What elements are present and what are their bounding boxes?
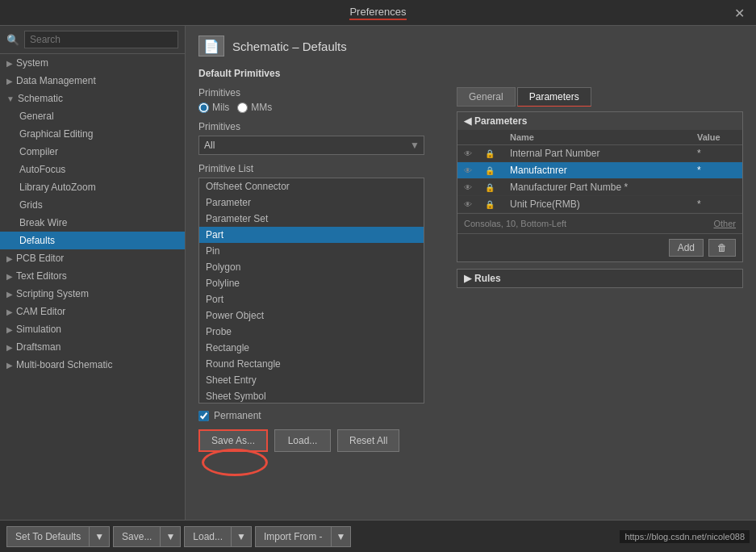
sidebar-label-cam-editor: CAM Editor: [16, 306, 65, 317]
sidebar-item-scripting-system[interactable]: ▶Scripting System: [0, 285, 185, 303]
name-cell-internal-part-number: Internal Part Number: [503, 145, 691, 162]
sidebar-label-grids: Grids: [19, 199, 43, 211]
sidebar-item-autofocus[interactable]: AutoFocus: [0, 161, 185, 178]
lock-icon-manufacturer-part-number: 🔒: [485, 183, 495, 192]
mils-radio-label[interactable]: Mils: [198, 102, 229, 113]
import-from-dropdown[interactable]: ▼: [331, 526, 352, 547]
list-item-probe[interactable]: Probe: [199, 324, 424, 340]
sidebar-item-system[interactable]: ▶System: [0, 54, 185, 72]
expand-icon-cam-editor: ▶: [6, 307, 13, 316]
sidebar-item-cam-editor[interactable]: ▶CAM Editor: [0, 303, 185, 320]
section-title: Default Primitives: [198, 68, 743, 79]
primitives-dropdown-wrap: All ▼: [198, 136, 424, 155]
font-info-row: Consolas, 10, Bottom-Left Other: [457, 213, 742, 233]
load-button[interactable]: Load...: [274, 429, 331, 452]
other-link[interactable]: Other: [713, 219, 736, 228]
save-as-button[interactable]: Save As...: [198, 429, 268, 452]
set-to-defaults-dropdown[interactable]: ▼: [89, 526, 110, 547]
lock-icon-manufactnrer: 🔒: [485, 166, 495, 175]
watermark: https://blog.csdn.net/nicole088: [620, 530, 750, 543]
list-item-pin[interactable]: Pin: [199, 243, 424, 259]
set-to-defaults-button[interactable]: Set To Defaults: [6, 526, 89, 547]
sidebar-item-compiler[interactable]: Compiler: [0, 143, 185, 161]
sidebar-item-graphical-editing[interactable]: Graphical Editing: [0, 125, 185, 143]
list-item-sheet-entry[interactable]: Sheet Entry: [199, 372, 424, 388]
bottom-load-button[interactable]: Load...: [184, 526, 231, 547]
page-title: Schematic – Defaults: [232, 40, 347, 53]
lock-cell-manufactnrer: 🔒: [478, 162, 503, 179]
table-row-manufacturer-part-number[interactable]: 👁🔒Manufacturer Part Numbe *: [457, 179, 742, 196]
list-item-power-object[interactable]: Power Object: [199, 307, 424, 324]
table-header-row: Name Value: [457, 130, 742, 145]
sidebar-label-scripting-system: Scripting System: [16, 288, 89, 299]
sidebar-item-defaults[interactable]: Defaults: [0, 232, 185, 249]
lock-cell-unit-price: 🔒: [478, 196, 503, 213]
value-cell-manufacturer-part-number: [691, 179, 742, 196]
col-lock: [478, 130, 503, 145]
mms-radio-label[interactable]: MMs: [237, 102, 272, 113]
list-item-parameter[interactable]: Parameter: [199, 194, 424, 211]
mms-radio[interactable]: [237, 102, 248, 113]
delete-button[interactable]: 🗑: [708, 239, 736, 257]
close-button[interactable]: ✕: [729, 3, 750, 22]
sidebar-item-multi-board-schematic[interactable]: ▶Multi-board Schematic: [0, 356, 185, 374]
list-item-rectangle[interactable]: Rectangle: [199, 340, 424, 356]
sidebar-item-data-management[interactable]: ▶Data Management: [0, 72, 185, 90]
bottom-load-dropdown[interactable]: ▼: [231, 526, 252, 547]
load-group: Load... ▼: [184, 526, 252, 547]
rules-title: Rules: [474, 273, 501, 284]
vis-cell-internal-part-number: 👁: [457, 145, 478, 162]
sidebar-item-draftsman[interactable]: ▶Draftsman: [0, 338, 185, 356]
right-panel: General Parameters ◀ Parameters Name: [457, 87, 743, 452]
lock-icon-unit-price: 🔒: [485, 200, 495, 209]
primitives-dropdown[interactable]: All: [198, 136, 424, 155]
tab-general[interactable]: General: [457, 87, 516, 107]
search-input[interactable]: [24, 31, 178, 48]
list-item-sheet-symbol[interactable]: Sheet Symbol: [199, 388, 424, 404]
title-bar-text: Preferences: [349, 6, 406, 20]
import-from-group: Import From - ▼: [255, 526, 352, 547]
sidebar-item-schematic[interactable]: ▼Schematic: [0, 90, 185, 107]
sidebar-label-defaults: Defaults: [19, 235, 55, 246]
sidebar-item-text-editors[interactable]: ▶Text Editors: [0, 267, 185, 285]
sidebar-label-library-autozoom: Library AutoZoom: [19, 182, 96, 193]
sidebar-item-grids[interactable]: Grids: [0, 196, 185, 214]
left-panel: Primitives Mils MMs Primitives All: [198, 87, 424, 452]
col-value: Value: [691, 130, 742, 145]
visibility-icon-manufacturer-part-number: 👁: [464, 183, 472, 192]
sidebar-item-pcb-editor[interactable]: ▶PCB Editor: [0, 249, 185, 267]
sidebar-item-break-wire[interactable]: Break Wire: [0, 214, 185, 232]
table-row-unit-price[interactable]: 👁🔒Unit Price(RMB)*: [457, 196, 742, 213]
add-button[interactable]: Add: [669, 239, 704, 257]
bottom-save-dropdown[interactable]: ▼: [160, 526, 181, 547]
list-item-parameter-set[interactable]: Parameter Set: [199, 211, 424, 227]
list-item-polyline[interactable]: Polyline: [199, 275, 424, 291]
list-item-round-rectangle[interactable]: Round Rectangle: [199, 356, 424, 372]
reset-all-button[interactable]: Reset All: [337, 429, 399, 452]
font-info: Consolas, 10, Bottom-Left: [464, 219, 566, 228]
list-item-port[interactable]: Port: [199, 291, 424, 307]
parameters-section: ◀ Parameters Name Value 👁🔒Inte: [457, 111, 743, 262]
table-row-internal-part-number[interactable]: 👁🔒Internal Part Number*: [457, 145, 742, 162]
bottom-save-button[interactable]: Save...: [113, 526, 160, 547]
lock-cell-manufacturer-part-number: 🔒: [478, 179, 503, 196]
rules-section: ▶ Rules: [457, 269, 743, 288]
value-cell-manufactnrer: *: [691, 162, 742, 179]
permanent-checkbox[interactable]: [198, 411, 209, 421]
rules-header[interactable]: ▶ Rules: [457, 270, 742, 287]
sidebar-item-library-autozoom[interactable]: Library AutoZoom: [0, 178, 185, 196]
table-row-manufactnrer[interactable]: 👁🔒Manufactnrer*: [457, 162, 742, 179]
mils-radio[interactable]: [198, 102, 209, 113]
list-item-polygon[interactable]: Polygon: [199, 259, 424, 275]
sidebar-label-text-editors: Text Editors: [16, 270, 67, 282]
list-item-offsheet-connector[interactable]: Offsheet Connector: [199, 178, 424, 194]
page-header: 📄 Schematic – Defaults: [198, 36, 743, 56]
visibility-icon-manufactnrer: 👁: [464, 166, 472, 175]
main-container: 🔍 ▶System▶Data Management▼SchematicGener…: [0, 26, 756, 520]
list-item-part[interactable]: Part: [199, 227, 424, 243]
tab-parameters[interactable]: Parameters: [517, 87, 591, 107]
primitive-list: Offsheet ConnectorParameterParameter Set…: [198, 178, 424, 404]
sidebar-item-general[interactable]: General: [0, 107, 185, 125]
import-from-button[interactable]: Import From -: [255, 526, 331, 547]
sidebar-item-simulation[interactable]: ▶Simulation: [0, 320, 185, 338]
